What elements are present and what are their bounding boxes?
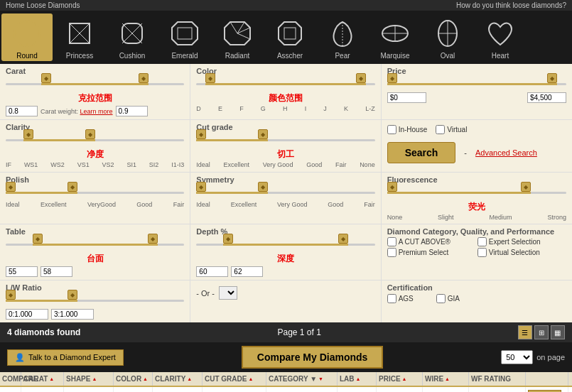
gia-checkbox[interactable] (436, 294, 446, 303)
virtual-checkbox[interactable] (436, 125, 445, 134)
shape-round[interactable]: Round (1, 13, 53, 61)
shape-princess[interactable]: Princess (54, 13, 105, 61)
carat-min-thumb[interactable]: ◆ (41, 73, 51, 83)
cert-checkboxes: AGS GIA (387, 294, 566, 303)
th-cutgrade[interactable]: CUT GRADE (203, 372, 266, 386)
fluorescence-slider[interactable]: ◆ ◆ (387, 185, 566, 200)
td-price: $4,637 (377, 387, 423, 392)
radiant-label: Radiant (225, 52, 249, 60)
price-max-thumb[interactable]: ◆ (547, 73, 557, 83)
price-min-thumb[interactable]: ◆ (387, 73, 397, 83)
inhouse-checkbox[interactable] (387, 125, 396, 134)
clarity-max-thumb[interactable]: ◆ (85, 129, 95, 139)
color-min-thumb[interactable]: ◆ (205, 73, 215, 83)
view-detail-icon[interactable]: ▦ (551, 325, 565, 339)
shape-asscher[interactable]: Asscher (264, 13, 315, 61)
th-color[interactable]: COLOR (114, 372, 153, 386)
price-slider[interactable]: ◆ ◆ (387, 77, 566, 91)
or-section: - Or - (190, 281, 381, 322)
premium-checkbox[interactable] (387, 248, 396, 257)
table-max-thumb[interactable]: ◆ (148, 234, 158, 244)
depth-fill (223, 244, 348, 246)
results-bar: 4 diamonds found Page 1 of 1 ☰ ⊞ ▦ (0, 322, 572, 342)
or-select[interactable] (219, 286, 237, 300)
certification-filter: Certification AGS GIA (382, 281, 572, 322)
fluorescence-min-thumb[interactable]: ◆ (387, 182, 397, 192)
table-min-thumb[interactable]: ◆ (33, 234, 43, 244)
cut-slider[interactable]: ◆ ◆ (196, 133, 374, 147)
th-carat[interactable]: CARAT (21, 372, 64, 386)
depth-max-input[interactable] (231, 266, 263, 277)
th-price[interactable]: PRICE (377, 372, 423, 386)
color-slider[interactable]: ◆ ◆ (196, 77, 374, 91)
shape-marquise[interactable]: Marquise (369, 13, 421, 61)
th-clarity[interactable]: CLARITY (153, 372, 203, 386)
view-grid-icon[interactable]: ⊞ (534, 325, 549, 339)
symmetry-max-thumb[interactable]: ◆ (258, 182, 268, 192)
carat-learn-more[interactable]: Learn more (80, 108, 113, 115)
cut-max-thumb[interactable]: ◆ (258, 129, 268, 139)
carat-max-thumb[interactable]: ◆ (139, 73, 149, 83)
svg-line-12 (122, 23, 132, 33)
table-min-input[interactable] (6, 266, 38, 277)
polish-slider[interactable]: ◆ ◆ (6, 185, 184, 200)
lw-min-thumb[interactable]: ◆ (6, 290, 16, 300)
td-clarity: VS2 (153, 387, 203, 392)
depth-chinese: 深度 (196, 253, 374, 265)
compare-button[interactable]: Compare My Diamonds (242, 346, 384, 369)
carat-min-input[interactable] (6, 106, 38, 116)
depth-slider[interactable]: ◆ ◆ (196, 237, 374, 251)
table-header: COMPARE CARAT SHAPE COLOR CLARITY CUT GR… (0, 372, 572, 387)
fluorescence-max-thumb[interactable]: ◆ (521, 182, 531, 192)
color-max-thumb[interactable]: ◆ (356, 73, 366, 83)
clarity-slider[interactable]: ◆ ◆ (6, 133, 184, 147)
th-wire[interactable]: WIRE (423, 372, 469, 386)
filter-row-3: Polish ◆ ◆ IdealExcellentVeryGoodGoodFai… (0, 172, 572, 224)
lw-min-input[interactable] (6, 309, 48, 320)
color-chinese: 颜色范围 (196, 92, 374, 104)
th-category[interactable]: CATEGORY ▼ (266, 372, 338, 386)
clarity-min-thumb[interactable]: ◆ (23, 129, 33, 139)
depth-min-thumb[interactable]: ◆ (223, 234, 233, 244)
per-page-select[interactable]: 50 25 100 (501, 350, 533, 364)
advanced-search-link[interactable]: Advanced Search (475, 148, 537, 157)
carat-chinese: 克拉范围 (6, 92, 184, 104)
ags-checkbox[interactable] (387, 294, 396, 303)
shape-oval[interactable]: Oval (422, 13, 473, 61)
search-filter-col: In-House Virtual Search - Advanced Searc… (382, 120, 572, 172)
symmetry-slider[interactable]: ◆ ◆ (196, 185, 374, 200)
shape-heart[interactable]: Heart (475, 13, 526, 61)
lw-max-input[interactable] (51, 309, 94, 320)
carat-slider[interactable]: ◆ ◆ (6, 77, 184, 91)
carat-max-input[interactable] (116, 106, 148, 116)
shape-cushion[interactable]: Cushion (107, 13, 158, 61)
acut-checkbox[interactable] (387, 237, 396, 246)
heart-icon (482, 15, 519, 52)
polish-fill (6, 192, 77, 194)
table-slider[interactable]: ◆ ◆ (6, 237, 184, 251)
cut-min-thumb[interactable]: ◆ (196, 129, 206, 139)
th-lab[interactable]: LAB (338, 372, 377, 386)
shape-emerald[interactable]: Emerald (159, 13, 210, 61)
polish-min-thumb[interactable]: ◆ (6, 182, 16, 192)
lw-max-thumb[interactable]: ◆ (68, 290, 77, 300)
depth-min-input[interactable] (196, 266, 228, 277)
td-shape: Round (64, 387, 114, 392)
depth-max-thumb[interactable]: ◆ (338, 234, 348, 244)
shape-pear[interactable]: Pear (317, 13, 368, 61)
expert-button[interactable]: 👤 Talk to a Diamond Expert (7, 349, 124, 366)
filter-row-5: L/W Ratio ◆ ◆ - Or - (0, 280, 572, 322)
price-min-input[interactable] (387, 92, 426, 103)
marquise-label: Marquise (380, 52, 409, 60)
lw-slider[interactable]: ◆ ◆ (6, 293, 184, 307)
view-list-icon[interactable]: ☰ (518, 325, 532, 339)
virtual-sel-checkbox[interactable] (477, 248, 487, 257)
shape-radiant[interactable]: Radiant (212, 13, 263, 61)
symmetry-min-thumb[interactable]: ◆ (196, 182, 206, 192)
price-max-input[interactable] (527, 92, 566, 103)
table-max-input[interactable] (41, 266, 72, 277)
th-shape[interactable]: SHAPE (64, 372, 114, 386)
polish-max-thumb[interactable]: ◆ (68, 182, 77, 192)
expert-checkbox[interactable] (477, 237, 487, 246)
search-button[interactable]: Search (387, 142, 456, 163)
